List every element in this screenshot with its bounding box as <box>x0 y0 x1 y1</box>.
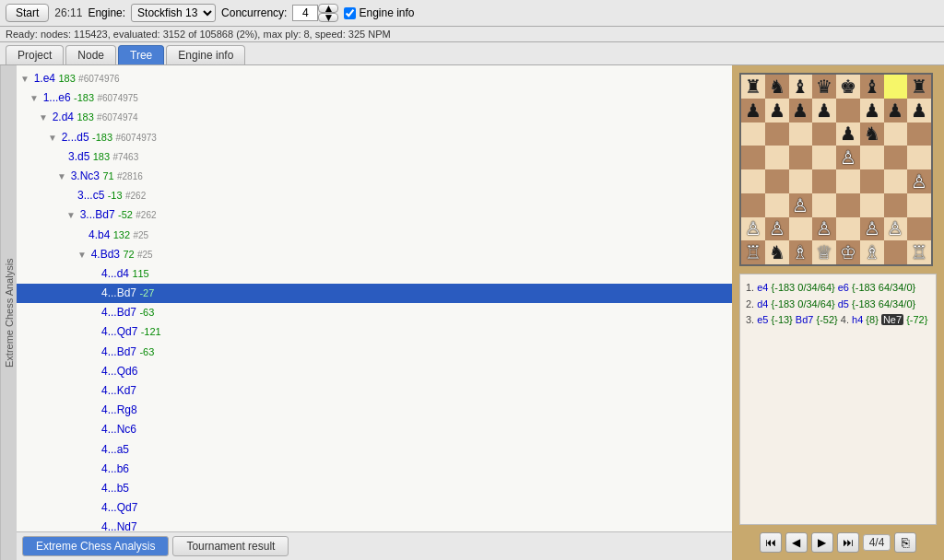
move-text: 4...Nd7 <box>101 520 137 531</box>
chess-cell <box>860 146 884 169</box>
notation-area: 1. e4 {-183 0/34/64} e6 {-183 64/34/0} 2… <box>739 274 937 525</box>
chess-cell: ♙ <box>860 217 884 241</box>
tree-row[interactable]: 4...Bd7 -63 <box>17 343 732 362</box>
chess-cell: ♙ <box>812 217 836 241</box>
tree-row[interactable]: 4...b6 <box>17 460 732 479</box>
chess-cell <box>836 169 860 193</box>
bottom-tab-extreme[interactable]: Extreme Chess Analysis <box>22 536 169 556</box>
tree-row[interactable]: 4...Qd6 <box>17 362 732 381</box>
chess-piece: ♙ <box>864 219 880 238</box>
tree-row[interactable]: ▼ 4.Bd3 72 #25 <box>17 245 732 264</box>
chess-cell <box>765 122 789 146</box>
collapse-icon[interactable]: ▼ <box>48 133 60 143</box>
engine-select[interactable]: Stockfish 13 <box>131 4 216 22</box>
chess-piece: ♙ <box>840 148 856 167</box>
tree-row[interactable]: ▼ 3...Bd7 -52 #262 <box>17 205 732 225</box>
score-text: -183 <box>74 92 94 103</box>
chess-piece: ♟ <box>769 101 785 120</box>
move-text: 4...Kd7 <box>101 384 136 397</box>
chess-piece: ♖ <box>745 243 761 262</box>
tree-row[interactable]: 3...c5 -13 #262 <box>17 186 732 205</box>
chess-cell <box>884 75 908 99</box>
chess-cell <box>812 169 836 193</box>
chess-cell <box>741 169 765 193</box>
collapse-icon[interactable]: ▼ <box>20 74 32 84</box>
collapse-icon[interactable]: ▼ <box>66 210 78 220</box>
chess-piece: ♟ <box>745 101 761 120</box>
collapse-icon[interactable]: ▼ <box>77 250 89 260</box>
collapse-icon[interactable]: ▼ <box>39 112 51 122</box>
nav-prev[interactable]: ◀ <box>785 532 808 553</box>
start-button[interactable]: Start <box>6 4 49 22</box>
move-text: 4...Qd6 <box>101 365 137 378</box>
concurrency-down[interactable]: ▼ <box>318 13 338 22</box>
nav-last[interactable]: ⏭ <box>837 532 859 553</box>
chess-cell: ♟ <box>884 99 908 122</box>
chess-cell: ♗ <box>860 240 884 264</box>
chess-piece: ♙ <box>887 219 903 238</box>
tabbar: Project Node Tree Engine info <box>0 42 944 65</box>
nav-first[interactable]: ⏮ <box>760 532 782 553</box>
tree-row[interactable]: 4...Qd7 -121 <box>17 322 732 342</box>
tree-row[interactable]: 4...Qd7 <box>17 498 732 518</box>
chess-piece: ♝ <box>864 77 880 96</box>
engine-info-checkbox[interactable] <box>344 7 356 19</box>
chess-cell: ♞ <box>765 240 789 264</box>
tree-row[interactable]: ▼ 3.Nc3 71 #2816 <box>17 167 732 186</box>
tree-row[interactable]: 4...d4 115 <box>17 264 732 284</box>
tree-row[interactable]: 4...Nc6 <box>17 420 732 439</box>
move-text: 1.e4 <box>34 72 55 85</box>
concurrency-input[interactable]: 4 <box>292 5 318 21</box>
nav-copy[interactable]: ⎘ <box>894 532 916 553</box>
move-text: 4.b4 <box>88 228 110 241</box>
chess-piece: ♜ <box>745 77 761 96</box>
tree-row[interactable]: 4...a5 <box>17 440 732 460</box>
chess-piece: ♞ <box>864 124 880 143</box>
tree-area[interactable]: ▼ 1.e4 183 #6074976▼ 1...e6 -183 #607497… <box>17 65 732 531</box>
tree-row[interactable]: 4...Bd7 -27 <box>17 284 732 303</box>
chess-cell: ♟ <box>907 99 931 122</box>
chess-piece: ♖ <box>911 243 927 262</box>
tab-project[interactable]: Project <box>6 45 64 64</box>
tree-row[interactable]: 3.d5 183 #7463 <box>17 147 732 167</box>
tree-row[interactable]: 4...Rg8 <box>17 401 732 420</box>
chess-cell <box>789 169 813 193</box>
tree-row[interactable]: ▼ 2...d5 -183 #6074973 <box>17 128 732 147</box>
collapse-icon[interactable]: ▼ <box>57 171 69 181</box>
score-text: 72 <box>123 249 134 260</box>
move-text: 4...a5 <box>101 443 129 456</box>
chess-piece: ♟ <box>887 101 903 120</box>
tree-row[interactable]: ▼ 2.d4 183 #6074974 <box>17 108 732 127</box>
chess-cell <box>812 122 836 146</box>
score-text: 183 <box>58 73 75 84</box>
nav-next[interactable]: ▶ <box>811 532 833 553</box>
tab-tree[interactable]: Tree <box>118 45 164 64</box>
left-content: Extreme Chess Analysis ▼ 1.e4 183 #60749… <box>0 65 732 560</box>
chess-piece: ♜ <box>911 77 927 96</box>
score-text: -63 <box>139 307 154 318</box>
tree-row[interactable]: 4...Nd7 <box>17 518 732 531</box>
tree-row[interactable]: ▼ 1...e6 -183 #6074975 <box>17 88 732 108</box>
tree-row[interactable]: 4...Kd7 <box>17 381 732 401</box>
move-text: 4...Nc6 <box>101 423 136 436</box>
nav-controls: ⏮ ◀ ▶ ⏭ 4/4 ⎘ <box>739 532 937 553</box>
tab-node[interactable]: Node <box>65 45 116 64</box>
chess-cell: ♟ <box>812 99 836 122</box>
score-text: -13 <box>108 190 123 201</box>
tree-row[interactable]: 4...Bd7 -63 <box>17 303 732 322</box>
chess-cell: ♟ <box>836 122 860 146</box>
bottom-tab-tournament[interactable]: Tournament result <box>172 536 289 556</box>
tree-row[interactable]: ▼ 1.e4 183 #6074976 <box>17 69 732 88</box>
collapse-icon[interactable]: ▼ <box>30 93 41 103</box>
move-text: 3.Nc3 <box>71 169 100 182</box>
tree-row[interactable]: 4.b4 132 #25 <box>17 226 732 245</box>
tab-engine-info[interactable]: Engine info <box>166 45 245 64</box>
chess-cell <box>741 122 765 146</box>
chess-cell <box>741 146 765 169</box>
chess-cell <box>884 169 908 193</box>
node-id: #25 <box>137 250 153 260</box>
engine-info-checkbox-label[interactable]: Engine info <box>344 6 414 19</box>
tree-row[interactable]: 4...b5 <box>17 479 732 498</box>
statusbar: Ready: nodes: 115423, evaluated: 3152 of… <box>0 27 944 42</box>
chess-cell: ♙ <box>884 217 908 241</box>
